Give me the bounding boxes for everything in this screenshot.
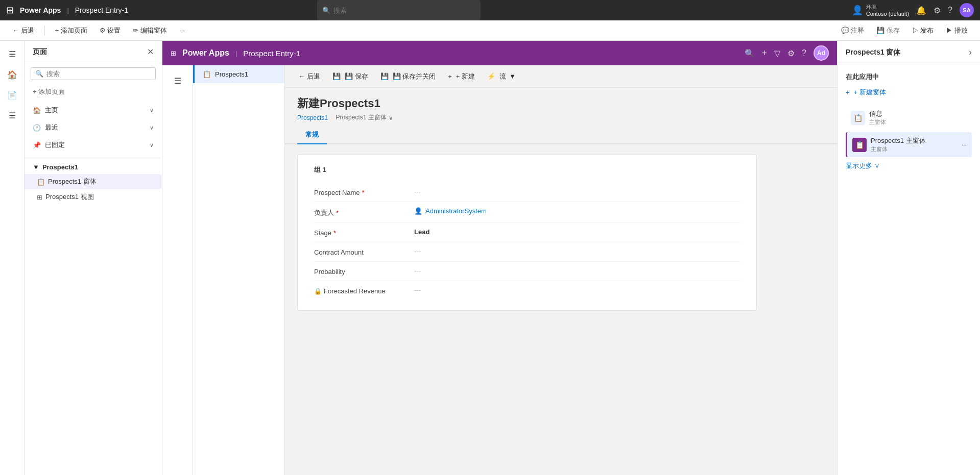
title-separator: | — [67, 7, 68, 14]
sidebar-search-bar[interactable]: 🔍 — [31, 67, 156, 80]
form-back-button[interactable]: ← 后退 — [293, 69, 325, 84]
app-bar-app-name: Power Apps — [182, 48, 229, 58]
required-star-1: * — [336, 209, 339, 217]
right-panel-form-item-0[interactable]: 📋 信息 主窗体 — [846, 105, 972, 130]
user-avatar-top[interactable]: SA — [960, 3, 974, 17]
top-right-actions: 👤 环境 Contoso (default) 🔔 ⚙ ? SA — [852, 3, 974, 17]
form-nav-menu[interactable]: ☰ — [169, 71, 187, 90]
required-star-2: * — [333, 229, 336, 237]
pages-sidebar: 页面 ✕ 🔍 + 添加页面 🏠 主页 ∨ 🕐 最近 ∨ — [25, 41, 162, 475]
app-help-icon[interactable]: ? — [802, 48, 806, 58]
search-input-top[interactable] — [333, 7, 466, 14]
panel-section-title: 在此应用中 — [846, 72, 972, 82]
top-navigation: ⊞ Power Apps | Prospect Entry-1 🔍 👤 环境 C… — [0, 0, 980, 20]
sidebar-users-icon[interactable]: 👤 — [3, 473, 21, 475]
home-chevron: ∨ — [150, 107, 154, 114]
field-value-owner[interactable]: 👤 AdministratorSystem — [414, 207, 740, 215]
owner-link[interactable]: AdministratorSystem — [425, 207, 487, 215]
form-item-meta-1: Prospects1 主窗体 主窗体 — [871, 136, 958, 153]
publish-button[interactable]: ▷ 发布 — [908, 24, 938, 37]
tree-item-prospects1-form[interactable]: 📋 Prospects1 窗体 — [25, 174, 162, 189]
settings-button[interactable]: ⚙ 设置 — [95, 24, 125, 37]
form-item-more-icon-1[interactable]: ··· — [962, 141, 967, 148]
app-add-icon[interactable]: + — [762, 48, 768, 59]
required-star-0: * — [362, 189, 365, 196]
nav-item-recent[interactable]: 🕐 最近 ∨ — [25, 119, 162, 136]
app-bar-grid-icon[interactable]: ⊞ — [171, 49, 176, 57]
save-button-toolbar[interactable]: 💾 保存 — [872, 24, 904, 37]
field-value-stage[interactable]: Lead — [414, 228, 740, 236]
field-label-owner: 负责人 * — [314, 207, 406, 217]
edit-form-button[interactable]: ✏ 编辑窗体 — [129, 24, 171, 37]
save-close-icon: 💾 — [380, 72, 389, 80]
form-item-type-1: 主窗体 — [871, 145, 958, 153]
editor-toolbar: ← 后退 + 添加页面 ⚙ 设置 ✏ 编辑窗体 ··· 💬 注释 💾 保存 ▷ … — [0, 20, 980, 41]
breadcrumb-link-prospects1[interactable]: Prospects1 — [297, 114, 328, 121]
app-search-icon[interactable]: 🔍 — [745, 48, 755, 58]
sidebar-menu-icon[interactable]: ☰ — [3, 45, 21, 63]
top-search-box[interactable]: 🔍 — [317, 0, 481, 20]
form-title: 新建Prospects1 — [297, 96, 825, 111]
comments-button[interactable]: 💬 注释 — [837, 24, 869, 37]
play-button[interactable]: ▶ 播放 — [942, 24, 972, 37]
form-field-forecasted-revenue: 🔒 Forecasted Revenue --- — [314, 281, 740, 300]
form-save-button[interactable]: 💾 💾 保存 — [327, 69, 373, 84]
lock-icon: 🔒 — [314, 288, 322, 295]
form-main-area: ← 后退 💾 💾 保存 💾 💾 保存并关闭 + — [285, 65, 837, 475]
tree-parent-prospects1[interactable]: ▼ Prospects1 — [25, 160, 162, 174]
command-bar: ← 后退 💾 💾 保存 💾 💾 保存并关闭 + — [285, 65, 837, 88]
sidebar-search-input[interactable] — [46, 70, 151, 78]
right-panel-content: 在此应用中 + + 新建窗体 📋 信息 主窗体 📋 Prospects1 主窗体… — [838, 64, 980, 475]
nav-items-list: 🏠 主页 ∨ 🕐 最近 ∨ 📌 已固定 ∨ — [25, 99, 162, 156]
new-icon: + — [448, 72, 452, 80]
app-avatar[interactable]: Ad — [814, 45, 829, 61]
tree-collapse-icon: ▼ — [33, 163, 39, 171]
sidebar-data-icon[interactable]: ☰ — [3, 106, 21, 124]
recent-chevron: ∨ — [150, 124, 154, 131]
field-value-forecasted-revenue[interactable]: --- — [414, 286, 740, 294]
prospects1-nav-item[interactable]: 📋 Prospects1 — [193, 65, 284, 83]
form-save-close-button[interactable]: 💾 💾 保存并关闭 — [375, 69, 441, 84]
right-panel-close-button[interactable]: › — [969, 47, 972, 58]
breadcrumb-form-name[interactable]: Prospects1 主窗体 ∨ — [336, 113, 393, 122]
app-settings-icon[interactable]: ⚙ — [787, 48, 795, 58]
form-new-button[interactable]: + + 新建 — [443, 69, 480, 84]
save-icon: 💾 — [332, 72, 341, 80]
add-form-button[interactable]: + + 新建窗体 — [846, 88, 972, 97]
app-bar-actions: 🔍 + ▽ ⚙ ? Ad — [745, 45, 829, 61]
back-button[interactable]: ← 后退 — [8, 24, 38, 37]
form-item-name-1: Prospects1 主窗体 — [871, 136, 958, 145]
sidebar-close-button[interactable]: ✕ — [147, 47, 154, 57]
field-value-contract-amount[interactable]: --- — [414, 247, 740, 255]
nav-item-home[interactable]: 🏠 主页 ∨ — [25, 102, 162, 119]
notification-icon[interactable]: 🔔 — [916, 6, 926, 15]
right-panel: Prospects1 窗体 › 在此应用中 + + 新建窗体 📋 信息 主窗体 … — [837, 41, 980, 475]
form-item-meta-0: 信息 主窗体 — [869, 109, 967, 126]
user-icon: 👤 — [414, 207, 422, 215]
page-name-top: Prospect Entry-1 — [75, 6, 128, 14]
field-value-prospect-name[interactable]: --- — [414, 188, 740, 195]
nav-item-pinned[interactable]: 📌 已固定 ∨ — [25, 136, 162, 154]
sidebar-pages-icon[interactable]: 📄 — [3, 86, 21, 104]
show-more-button[interactable]: 显示更多 ∨ — [846, 161, 972, 170]
settings-icon-top[interactable]: ⚙ — [934, 6, 941, 15]
help-icon-top[interactable]: ? — [948, 6, 952, 15]
sidebar-home-icon[interactable]: 🏠 — [3, 65, 21, 84]
form-flow-button[interactable]: ⚡ 流 ▼ — [482, 69, 521, 84]
add-page-button-sidebar[interactable]: + 添加页面 — [25, 84, 162, 99]
app-grid-icon[interactable]: ⊞ — [6, 5, 14, 16]
add-page-button[interactable]: + 添加页面 — [51, 24, 91, 37]
tree-item-prospects1-view[interactable]: ⊞ Prospects1 视图 — [25, 189, 162, 205]
form-body: 组 1 Prospect Name * --- — [285, 144, 837, 475]
tab-general[interactable]: 常规 — [297, 126, 327, 144]
form-item-name-0: 信息 — [869, 109, 967, 118]
pinned-chevron: ∨ — [150, 142, 154, 148]
sidebar-search-icon: 🔍 — [35, 70, 43, 78]
field-value-probability[interactable]: --- — [414, 267, 740, 274]
more-button[interactable]: ··· — [175, 24, 189, 36]
form-item-icon-0: 📋 — [851, 111, 865, 125]
field-label-prospect-name: Prospect Name * — [314, 188, 406, 196]
icon-sidebar: ☰ 🏠 📄 ☰ 👤 — [0, 41, 25, 475]
right-panel-form-item-1[interactable]: 📋 Prospects1 主窗体 主窗体 ··· — [846, 132, 972, 157]
app-filter-icon[interactable]: ▽ — [774, 48, 780, 58]
